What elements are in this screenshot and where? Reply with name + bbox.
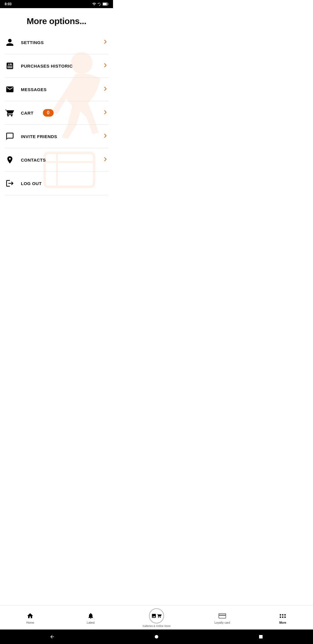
- purchases-arrow: [103, 62, 108, 70]
- cart-arrow: [103, 109, 108, 117]
- chat-icon: [5, 131, 15, 142]
- cart-label: CART: [21, 111, 34, 115]
- cart-icon: [5, 108, 15, 118]
- pin-icon: [5, 155, 15, 165]
- status-icons: [92, 2, 108, 6]
- menu-item-cart[interactable]: CART 0: [5, 101, 108, 125]
- battery-icon: [103, 2, 108, 6]
- settings-arrow: [103, 39, 108, 46]
- envelope-icon: [5, 84, 15, 95]
- status-time: 8:03: [5, 2, 12, 6]
- menu-item-logout[interactable]: LOG OUT: [5, 172, 108, 195]
- menu-item-contacts[interactable]: CONTACTS: [5, 148, 108, 172]
- invite-arrow: [103, 133, 108, 140]
- menu-item-settings[interactable]: SETTINGS: [5, 31, 108, 54]
- messages-arrow: [103, 86, 108, 93]
- svg-rect-2: [103, 3, 107, 5]
- signal-icon: [97, 2, 101, 6]
- contacts-arrow: [103, 156, 108, 164]
- page-title: More options...: [5, 16, 108, 26]
- menu-list: SETTINGS PURCHASES HISTORIC MESSAGES: [0, 31, 113, 195]
- settings-label: SETTINGS: [21, 40, 44, 45]
- calculator-icon: [5, 61, 15, 71]
- person-icon: [5, 37, 15, 48]
- logout-label: LOG OUT: [21, 181, 42, 186]
- svg-rect-1: [108, 3, 108, 5]
- wifi-icon: [92, 2, 96, 6]
- menu-item-purchases[interactable]: PURCHASES HISTORIC: [5, 54, 108, 78]
- cart-badge: 0: [43, 109, 54, 117]
- logout-icon: [5, 178, 15, 189]
- purchases-label: PURCHASES HISTORIC: [21, 64, 73, 68]
- status-bar: 8:03: [0, 0, 113, 8]
- invite-friends-label: INVITE FRIENDS: [21, 134, 57, 139]
- page-header: More options...: [0, 8, 113, 31]
- contacts-label: CONTACTS: [21, 158, 46, 162]
- messages-label: MESSAGES: [21, 87, 47, 92]
- menu-item-messages[interactable]: MESSAGES: [5, 78, 108, 101]
- menu-item-invite-friends[interactable]: INVITE FRIENDS: [5, 125, 108, 148]
